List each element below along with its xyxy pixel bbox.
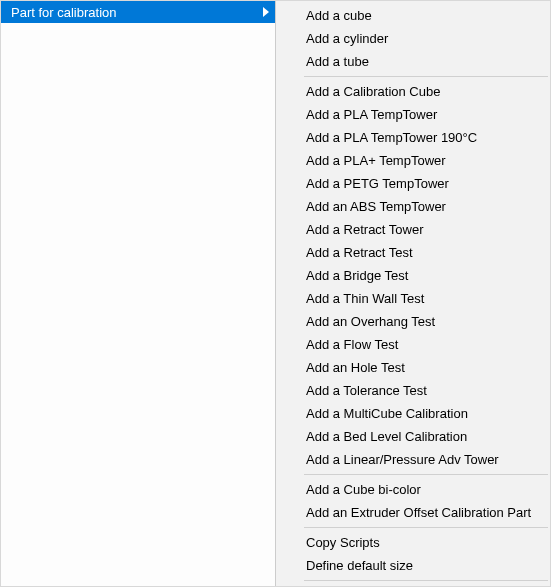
context-menu-container: Part for calibration Add a cubeAdd a cyl… [1,1,550,586]
menu-item-add-an-hole-test[interactable]: Add an Hole Test [276,356,550,379]
parent-menu-column: Part for calibration [1,1,275,586]
menu-item-label: Add a Thin Wall Test [306,291,424,306]
menu-item-add-a-pla-temptower-190-c[interactable]: Add a PLA TempTower 190°C [276,126,550,149]
menu-item-copy-scripts[interactable]: Copy Scripts [276,531,550,554]
menu-item-add-a-cube[interactable]: Add a cube [276,4,550,27]
menu-item-add-a-linear-pressure-adv-tower[interactable]: Add a Linear/Pressure Adv Tower [276,448,550,471]
menu-item-add-an-abs-temptower[interactable]: Add an ABS TempTower [276,195,550,218]
menu-item-define-default-size[interactable]: Define default size [276,554,550,577]
menu-item-add-a-cylinder[interactable]: Add a cylinder [276,27,550,50]
menu-item-label: Add a Calibration Cube [306,84,440,99]
menu-item-label: Add a Tolerance Test [306,383,427,398]
menu-item-label: Define default size [306,558,413,573]
menu-item-label: Add a PLA TempTower [306,107,437,122]
menu-item-label: Add a tube [306,54,369,69]
menu-item-add-an-extruder-offset-calibration-part[interactable]: Add an Extruder Offset Calibration Part [276,501,550,524]
menu-item-add-a-pla-temptower[interactable]: Add a PLA TempTower [276,103,550,126]
menu-item-label: Add a Retract Tower [306,222,424,237]
menu-item-label: Add an Overhang Test [306,314,435,329]
menu-item-label: Add a cylinder [306,31,388,46]
menu-item-label: Add an ABS TempTower [306,199,446,214]
menu-item-label: Add a Bed Level Calibration [306,429,467,444]
menu-item-label: Add a PLA+ TempTower [306,153,446,168]
menu-item-label: Add a Linear/Pressure Adv Tower [306,452,499,467]
menu-separator [304,580,548,581]
menu-separator [304,527,548,528]
menu-item-add-an-overhang-test[interactable]: Add an Overhang Test [276,310,550,333]
menu-item-part-for-calibration[interactable]: Part for calibration [1,1,275,23]
menu-item-add-a-retract-tower[interactable]: Add a Retract Tower [276,218,550,241]
menu-item-label: Add an Extruder Offset Calibration Part [306,505,531,520]
menu-item-add-a-bed-level-calibration[interactable]: Add a Bed Level Calibration [276,425,550,448]
menu-item-label: Add a Retract Test [306,245,413,260]
menu-item-label: Add an Hole Test [306,360,405,375]
menu-item-add-a-retract-test[interactable]: Add a Retract Test [276,241,550,264]
menu-item-label: Add a Bridge Test [306,268,408,283]
menu-item-label: Add a PLA TempTower 190°C [306,130,477,145]
menu-item-label: Copy Scripts [306,535,380,550]
menu-item-add-a-calibration-cube[interactable]: Add a Calibration Cube [276,80,550,103]
menu-separator [304,76,548,77]
menu-item-add-a-pla-temptower[interactable]: Add a PLA+ TempTower [276,149,550,172]
menu-item-label: Add a Flow Test [306,337,398,352]
menu-item-add-a-bridge-test[interactable]: Add a Bridge Test [276,264,550,287]
submenu-panel: Add a cubeAdd a cylinderAdd a tubeAdd a … [275,1,550,586]
menu-item-add-a-tolerance-test[interactable]: Add a Tolerance Test [276,379,550,402]
menu-item-label: Part for calibration [11,5,117,20]
menu-item-label: Add a cube [306,8,372,23]
menu-item-add-a-flow-test[interactable]: Add a Flow Test [276,333,550,356]
menu-item-label: Add a Cube bi-color [306,482,421,497]
menu-item-label: Add a MultiCube Calibration [306,406,468,421]
menu-item-label: Add a PETG TempTower [306,176,449,191]
menu-item-add-a-cube-bi-color[interactable]: Add a Cube bi-color [276,478,550,501]
menu-item-add-a-thin-wall-test[interactable]: Add a Thin Wall Test [276,287,550,310]
submenu-arrow-icon [263,7,269,17]
menu-item-add-a-petg-temptower[interactable]: Add a PETG TempTower [276,172,550,195]
menu-item-add-a-tube[interactable]: Add a tube [276,50,550,73]
menu-item-add-a-multicube-calibration[interactable]: Add a MultiCube Calibration [276,402,550,425]
menu-separator [304,474,548,475]
